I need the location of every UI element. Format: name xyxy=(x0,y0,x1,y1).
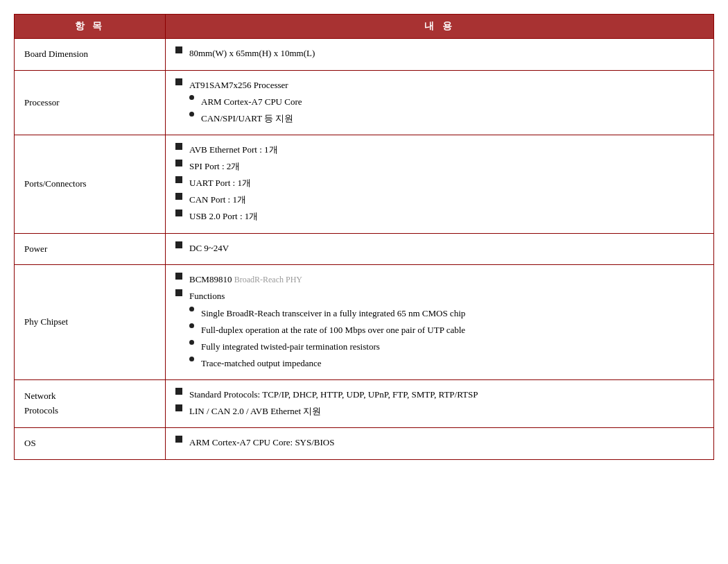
bullet-line: Full-duplex operation at the rate of 100… xyxy=(175,323,704,338)
bullet-line: 80mm(W) x 65mm(H) x 10mm(L) xyxy=(175,46,704,61)
table-row: PowerDC 9~24V xyxy=(15,234,713,266)
table-row: Board Dimension80mm(W) x 65mm(H) x 10mm(… xyxy=(15,39,713,71)
circle-bullet-icon xyxy=(189,323,194,328)
square-bullet-icon xyxy=(175,193,182,200)
square-bullet-icon xyxy=(175,273,182,280)
table-row: ProcessorAT91SAM7x256 ProcesserARM Corte… xyxy=(15,71,713,135)
square-bullet-icon xyxy=(175,46,182,53)
row-content-network-protocols: Standard Protocols: TCP/IP, DHCP, HTTP, … xyxy=(166,380,713,427)
square-bullet-icon xyxy=(175,241,182,248)
spec-table: 항 목 내 용 Board Dimension80mm(W) x 65mm(H)… xyxy=(14,14,714,460)
bullet-line: BCM89810 BroadR-Reach PHY xyxy=(175,272,704,287)
bullet-text: SPI Port : 2개 xyxy=(189,159,704,174)
row-content-os: ARM Cortex-A7 CPU Core: SYS/BIOS xyxy=(166,428,713,459)
square-bullet-icon xyxy=(175,78,182,85)
row-content-ports-connectors: AVB Ethernet Port : 1개SPI Port : 2개UART … xyxy=(166,135,713,232)
row-label-power: Power xyxy=(15,234,166,265)
bullet-line: LIN / CAN 2.0 / AVB Ethernet 지원 xyxy=(175,404,704,419)
bullet-text: Standard Protocols: TCP/IP, DHCP, HTTP, … xyxy=(189,387,704,402)
table-row: Ports/ConnectorsAVB Ethernet Port : 1개SP… xyxy=(15,135,713,233)
square-bullet-icon xyxy=(175,210,182,216)
circle-bullet-icon xyxy=(189,112,194,117)
header-content: 내 용 xyxy=(166,15,713,38)
bullet-line: Fully integrated twisted-pair terminatio… xyxy=(175,339,704,354)
row-label-processor: Processor xyxy=(15,71,166,135)
circle-bullet-icon xyxy=(189,307,194,311)
row-label-board-dimension: Board Dimension xyxy=(15,39,166,70)
table-body: Board Dimension80mm(W) x 65mm(H) x 10mm(… xyxy=(15,39,713,459)
bullet-line: Trace-matched output impedance xyxy=(175,356,704,371)
square-bullet-icon xyxy=(175,289,182,296)
square-bullet-icon xyxy=(175,160,182,166)
bullet-text: Full-duplex operation at the rate of 100… xyxy=(201,323,704,338)
bullet-text: AT91SAM7x256 Processer xyxy=(189,78,704,93)
bullet-line: UART Port : 1개 xyxy=(175,176,704,191)
bullet-line: ARM Cortex-A7 CPU Core xyxy=(175,94,704,110)
row-content-power: DC 9~24V xyxy=(166,234,713,265)
header-label: 항 목 xyxy=(15,15,166,38)
row-label-network-protocols: Network Protocols xyxy=(15,380,166,427)
bullet-text: DC 9~24V xyxy=(189,241,704,256)
bullet-text: USB 2.0 Port : 1개 xyxy=(189,209,704,224)
square-bullet-icon xyxy=(175,176,182,183)
bullet-text: Fully integrated twisted-pair terminatio… xyxy=(201,339,704,354)
circle-bullet-icon xyxy=(189,357,194,361)
bullet-line: AVB Ethernet Port : 1개 xyxy=(175,142,704,157)
square-bullet-icon xyxy=(175,436,182,443)
bullet-text: Functions xyxy=(189,289,704,304)
gray-note: BroadR-Reach PHY xyxy=(234,275,302,284)
bullet-text: UART Port : 1개 xyxy=(189,176,704,191)
bullet-line: Functions xyxy=(175,289,704,304)
bullet-text: CAN/SPI/UART 등 지원 xyxy=(201,111,704,126)
bullet-text: CAN Port : 1개 xyxy=(189,192,704,207)
row-label-os: OS xyxy=(15,428,166,459)
square-bullet-icon xyxy=(175,404,182,411)
bullet-line: SPI Port : 2개 xyxy=(175,159,704,174)
bullet-text: AVB Ethernet Port : 1개 xyxy=(189,142,704,157)
square-bullet-icon xyxy=(175,143,182,150)
row-content-board-dimension: 80mm(W) x 65mm(H) x 10mm(L) xyxy=(166,39,713,70)
bullet-text: ARM Cortex-A7 CPU Core: SYS/BIOS xyxy=(189,435,704,450)
table-row: Phy ChipsetBCM89810 BroadR-Reach PHYFunc… xyxy=(15,265,713,380)
bullet-text: LIN / CAN 2.0 / AVB Ethernet 지원 xyxy=(189,404,704,419)
row-label-phy-chipset: Phy Chipset xyxy=(15,265,166,379)
bullet-line: Standard Protocols: TCP/IP, DHCP, HTTP, … xyxy=(175,387,704,402)
bullet-text: BCM89810 BroadR-Reach PHY xyxy=(189,272,704,287)
table-row: Network ProtocolsStandard Protocols: TCP… xyxy=(15,380,713,428)
bullet-text: 80mm(W) x 65mm(H) x 10mm(L) xyxy=(189,46,704,61)
bullet-text: Trace-matched output impedance xyxy=(201,356,704,371)
row-content-processor: AT91SAM7x256 ProcesserARM Cortex-A7 CPU … xyxy=(166,71,713,135)
bullet-line: Single BroadR-Reach transceiver in a ful… xyxy=(175,306,704,321)
bullet-line: ARM Cortex-A7 CPU Core: SYS/BIOS xyxy=(175,435,704,450)
bullet-line: USB 2.0 Port : 1개 xyxy=(175,209,704,224)
table-header: 항 목 내 용 xyxy=(15,15,713,39)
bullet-text: ARM Cortex-A7 CPU Core xyxy=(201,94,704,110)
bullet-line: AT91SAM7x256 Processer xyxy=(175,78,704,93)
circle-bullet-icon xyxy=(189,95,194,100)
row-label-ports-connectors: Ports/Connectors xyxy=(15,135,166,232)
bullet-line: CAN/SPI/UART 등 지원 xyxy=(175,111,704,126)
bullet-line: DC 9~24V xyxy=(175,241,704,256)
table-row: OSARM Cortex-A7 CPU Core: SYS/BIOS xyxy=(15,428,713,459)
row-content-phy-chipset: BCM89810 BroadR-Reach PHYFunctionsSingle… xyxy=(166,265,713,379)
square-bullet-icon xyxy=(175,388,182,395)
bullet-text: Single BroadR-Reach transceiver in a ful… xyxy=(201,306,704,321)
circle-bullet-icon xyxy=(189,340,194,345)
bullet-line: CAN Port : 1개 xyxy=(175,192,704,207)
